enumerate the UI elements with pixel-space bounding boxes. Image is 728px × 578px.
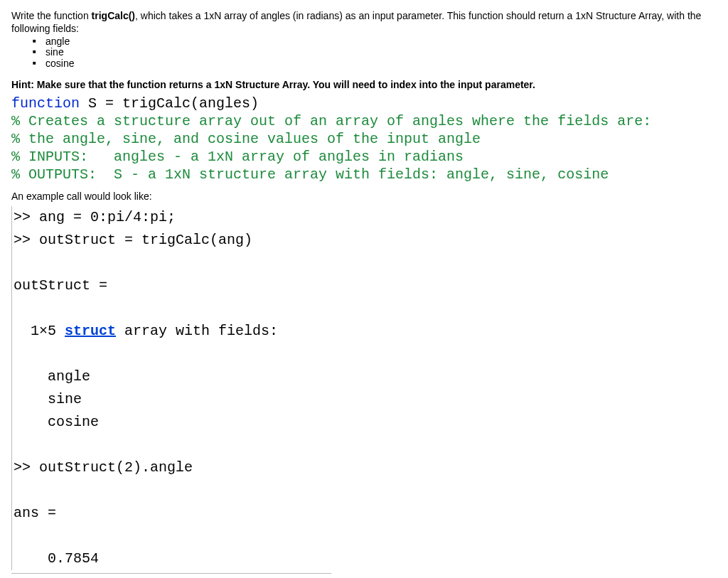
console-line: >> ang = 0:pi/4:pi; [14, 209, 176, 225]
struct-link[interactable]: struct [65, 323, 116, 339]
console-line: cosine [14, 414, 99, 430]
console-line: 1×5 [14, 323, 65, 339]
console-line: 0.7854 [14, 550, 99, 567]
signature-rest: S = trigCalc(angles) [80, 95, 259, 112]
field-item: cosine [46, 58, 717, 69]
console-line: angle [14, 368, 90, 385]
console-line: >> outStruct = trigCalc(ang) [14, 232, 252, 248]
hint-text: Hint: Make sure that the function return… [11, 79, 717, 90]
function-header-code: function S = trigCalc(angles) % Creates … [11, 95, 717, 183]
comment-line: % INPUTS: angles - a 1xN array of angles… [11, 149, 464, 165]
comment-line: % OUTPUTS: S - a 1xN structure array wit… [11, 166, 609, 183]
console-output: >> ang = 0:pi/4:pi; >> outStruct = trigC… [11, 206, 717, 570]
console-rule [11, 573, 331, 574]
keyword-function: function [11, 95, 80, 112]
console-line: outStruct = [14, 277, 107, 294]
function-name: trigCalc() [92, 10, 135, 21]
console-line: array with fields: [116, 323, 278, 339]
field-item: angle [46, 36, 717, 47]
field-item: sine [46, 47, 717, 58]
example-label: An example call would look like: [11, 191, 717, 202]
required-fields-list: angle sine cosine [11, 36, 717, 69]
console-line: sine [14, 391, 82, 407]
console-line: >> outStruct(2).angle [14, 459, 193, 476]
comment-line: % Creates a structure array out of an ar… [11, 113, 651, 129]
problem-statement: Write the function trigCalc(), which tak… [11, 10, 717, 35]
intro-pre: Write the function [11, 10, 92, 21]
console-line: ans = [14, 505, 56, 521]
comment-line: % the angle, sine, and cosine values of … [11, 131, 481, 147]
